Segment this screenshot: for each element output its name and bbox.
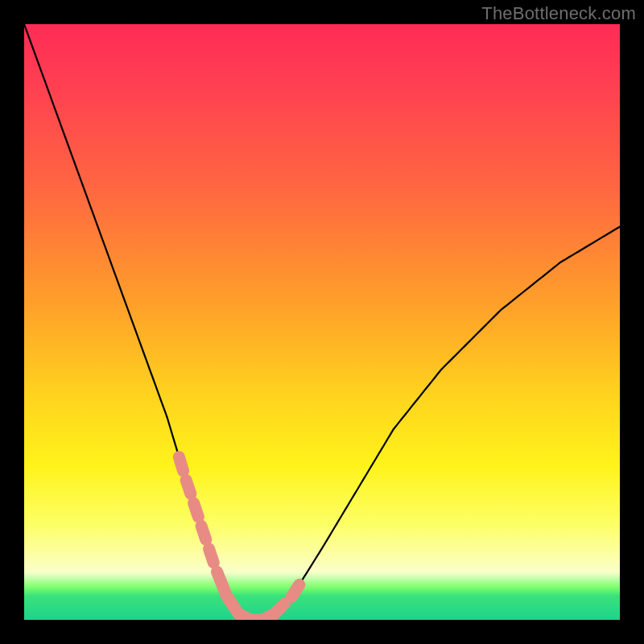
highlight-valley-floor bbox=[221, 581, 275, 620]
chart-frame: TheBottleneck.com bbox=[0, 0, 644, 644]
highlight-right-wall bbox=[275, 577, 304, 614]
highlight-left-wall bbox=[179, 457, 221, 581]
bottleneck-curve bbox=[24, 24, 620, 620]
watermark-text: TheBottleneck.com bbox=[481, 3, 636, 24]
bottleneck-curve-svg bbox=[24, 24, 620, 620]
plot-area bbox=[24, 24, 620, 620]
